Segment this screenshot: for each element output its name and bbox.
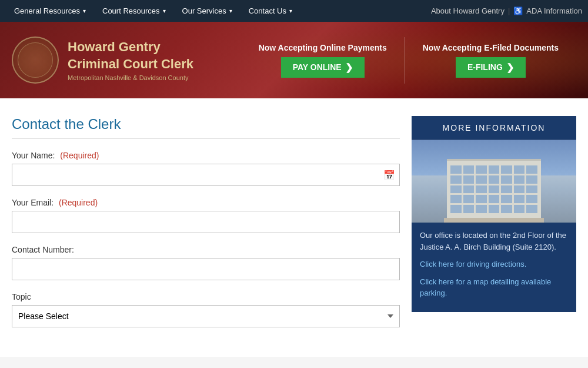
content-wrapper: Contact the Clerk Your Name: (Required) … bbox=[0, 110, 588, 345]
window bbox=[526, 205, 537, 213]
pay-online-button[interactable]: PAY ONLINE ❯ bbox=[281, 57, 365, 78]
name-input[interactable] bbox=[12, 164, 400, 186]
main-content: Contact the Clerk Your Name: (Required) … bbox=[0, 98, 588, 357]
accessibility-icon: ♿ bbox=[513, 6, 523, 15]
window bbox=[476, 165, 487, 174]
chevron-down-icon: ▾ bbox=[163, 8, 166, 14]
nav-left: General Resources ▾ Court Resources ▾ Ou… bbox=[6, 0, 431, 22]
hero-text: Howard Gentry Criminal Court Clerk Metro… bbox=[68, 39, 193, 81]
about-link[interactable]: About Howard Gentry bbox=[431, 6, 505, 15]
window bbox=[489, 195, 500, 203]
window bbox=[526, 185, 537, 194]
window bbox=[476, 185, 487, 194]
nav-general-resources[interactable]: General Resources ▾ bbox=[6, 0, 94, 22]
building-container bbox=[412, 159, 576, 223]
hero-logo: Howard Gentry Criminal Court Clerk Metro… bbox=[12, 37, 193, 84]
contact-label: Contact Number: bbox=[12, 245, 400, 254]
office-description: Our office is located on the 2nd Floor o… bbox=[420, 230, 568, 253]
name-required: (Required) bbox=[60, 151, 99, 160]
info-box-text: Our office is located on the 2nd Floor o… bbox=[412, 223, 576, 312]
window bbox=[450, 205, 462, 213]
building bbox=[435, 159, 553, 223]
calendar-icon: 📅 bbox=[383, 170, 395, 181]
hero-title: Howard Gentry Criminal Court Clerk bbox=[68, 39, 193, 72]
window bbox=[450, 165, 462, 174]
nav-our-services-label: Our Services bbox=[182, 6, 226, 15]
info-box-title: More Information bbox=[412, 116, 576, 140]
pay-online-label: Now Accepting Online Payments bbox=[259, 43, 387, 52]
window bbox=[501, 205, 512, 213]
hero-banner: Howard Gentry Criminal Court Clerk Metro… bbox=[0, 22, 588, 98]
window bbox=[526, 195, 537, 203]
chevron-down-icon: ▾ bbox=[229, 8, 232, 14]
window bbox=[501, 185, 512, 194]
nav-general-resources-label: General Resources bbox=[14, 6, 80, 15]
window bbox=[450, 175, 462, 184]
efiling-section: Now Accepting E-Filed Documents E-FILING… bbox=[405, 37, 576, 84]
parking-link[interactable]: Click here for a map detailing available… bbox=[420, 277, 551, 298]
logo-circle bbox=[12, 37, 59, 84]
topic-label: Topic bbox=[12, 292, 400, 301]
window bbox=[526, 175, 537, 184]
window bbox=[501, 175, 512, 184]
chevron-down-icon: ▾ bbox=[83, 8, 86, 14]
efiling-label: Now Accepting E-Filed Documents bbox=[423, 43, 559, 52]
sidebar: More Information bbox=[412, 116, 576, 339]
name-group: Your Name: (Required) 📅 bbox=[12, 151, 400, 186]
hero-title-line2: Criminal Court Clerk bbox=[68, 57, 193, 71]
nav-contact-us-label: Contact Us bbox=[249, 6, 286, 15]
window bbox=[501, 165, 512, 174]
page-wrapper: Contact the Clerk Your Name: (Required) … bbox=[0, 98, 588, 357]
window bbox=[450, 185, 462, 194]
info-box: More Information bbox=[412, 116, 576, 312]
topic-select[interactable]: Please Select bbox=[12, 305, 400, 327]
building-base bbox=[444, 218, 544, 223]
building-windows bbox=[447, 161, 541, 218]
window bbox=[450, 195, 462, 203]
window bbox=[476, 195, 487, 203]
window bbox=[514, 175, 525, 184]
window bbox=[514, 195, 525, 203]
ada-link[interactable]: ADA Information bbox=[526, 6, 582, 15]
window bbox=[476, 175, 487, 184]
window bbox=[514, 165, 525, 174]
form-title: Contact the Clerk bbox=[12, 116, 400, 139]
nav-court-resources-label: Court Resources bbox=[102, 6, 160, 15]
email-input[interactable] bbox=[12, 211, 400, 233]
chevron-down-icon: ▾ bbox=[289, 8, 292, 14]
window bbox=[476, 205, 487, 213]
name-input-wrapper: 📅 bbox=[12, 164, 400, 186]
email-required: (Required) bbox=[59, 198, 98, 207]
contact-form-section: Contact the Clerk Your Name: (Required) … bbox=[12, 116, 400, 339]
name-label: Your Name: (Required) bbox=[12, 151, 400, 160]
nav-our-services[interactable]: Our Services ▾ bbox=[174, 0, 240, 22]
window bbox=[514, 185, 525, 194]
email-label: Your Email: (Required) bbox=[12, 198, 400, 207]
window bbox=[489, 165, 500, 174]
hero-title-line1: Howard Gentry bbox=[68, 39, 161, 54]
window bbox=[489, 175, 500, 184]
window bbox=[463, 165, 475, 174]
window bbox=[463, 175, 475, 184]
efiling-button-label: E-FILING bbox=[467, 62, 503, 72]
window bbox=[463, 195, 475, 203]
nav-right: About Howard Gentry | ♿ ADA Information bbox=[431, 6, 582, 15]
efiling-button[interactable]: E-FILING ❯ bbox=[456, 57, 526, 78]
directions-link[interactable]: Click here for driving directions. bbox=[420, 260, 526, 268]
window bbox=[514, 205, 525, 213]
logo-circle-inner bbox=[18, 42, 53, 78]
nav-contact-us[interactable]: Contact Us ▾ bbox=[240, 0, 300, 22]
hero-subtitle: Metropolitan Nashville & Davidson County bbox=[68, 74, 193, 81]
pay-online-button-label: PAY ONLINE bbox=[293, 62, 342, 72]
building-body bbox=[447, 159, 541, 218]
window bbox=[501, 195, 512, 203]
window bbox=[489, 185, 500, 194]
contact-group: Contact Number: bbox=[12, 245, 400, 280]
window bbox=[489, 205, 500, 213]
email-group: Your Email: (Required) bbox=[12, 198, 400, 233]
contact-input[interactable] bbox=[12, 258, 400, 280]
pay-online-section: Now Accepting Online Payments PAY ONLINE… bbox=[241, 37, 405, 84]
hero-buttons: Now Accepting Online Payments PAY ONLINE… bbox=[241, 37, 576, 84]
nav-court-resources[interactable]: Court Resources ▾ bbox=[94, 0, 174, 22]
topic-group: Topic Please Select bbox=[12, 292, 400, 327]
